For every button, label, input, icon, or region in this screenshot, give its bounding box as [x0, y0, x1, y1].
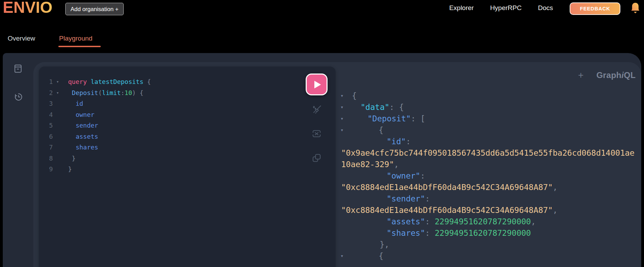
code-token: ) { — [132, 89, 143, 96]
fold-spacer — [53, 109, 63, 120]
code-text: "sender": — [338, 193, 641, 205]
code-text: sender — [63, 120, 98, 131]
response-line: "id": — [338, 136, 641, 147]
response-line: "shares": 22994951620787290000 — [338, 227, 641, 239]
response-line: ▾{ — [338, 90, 641, 102]
graphiql-logo-part: QL — [624, 70, 636, 80]
code-text: "shares": 22994951620787290000 — [338, 227, 641, 239]
code-text: "assets": 22994951620787290000, — [338, 216, 641, 227]
fold-spacer — [53, 153, 63, 164]
graphiql-playground: 1▾query latestDeposits {2▾ Deposit(limit… — [3, 53, 641, 267]
code-token: : — [406, 137, 411, 146]
code-text: assets — [63, 131, 98, 142]
tab-playground[interactable]: Playground — [59, 35, 92, 42]
code-token — [87, 78, 91, 85]
tab-overview[interactable]: Overview — [8, 35, 35, 42]
fold-toggle-icon[interactable]: ▾ — [340, 102, 344, 113]
response-line: }, — [338, 239, 641, 250]
response-line: ▾{ — [338, 124, 641, 136]
nav-link-docs[interactable]: Docs — [538, 4, 553, 12]
response-line: ▾"Deposit": [ — [338, 113, 641, 124]
fold-spacer — [53, 142, 63, 153]
code-token: } — [68, 155, 76, 162]
play-icon — [314, 81, 321, 88]
fold-toggle-icon[interactable]: ▾ — [340, 90, 344, 102]
response-line: "0xc8884edE1ae44bDfF60da4B9c542C34A69648… — [338, 205, 641, 216]
history-icon[interactable] — [13, 92, 23, 102]
line-number: 1 — [39, 76, 53, 87]
code-token: : { — [389, 103, 404, 112]
code-text: { — [338, 250, 641, 262]
response-header: + GraphiQL — [578, 70, 636, 80]
code-text: Deposit(limit:10) { — [63, 87, 143, 98]
code-text: "data": { — [338, 102, 641, 113]
code-token — [68, 122, 76, 129]
code-token: , — [553, 206, 558, 215]
response-line: "sender": — [338, 193, 641, 205]
code-token: sender — [76, 122, 98, 129]
code-token: { — [143, 78, 151, 85]
docs-icon[interactable] — [13, 64, 23, 74]
merge-fragments-icon[interactable] — [311, 128, 322, 139]
active-tab-underline — [58, 46, 101, 47]
response-line: ▾"data": { — [338, 102, 641, 113]
code-text: owner — [63, 109, 94, 120]
code-text: 10ae82-329", — [338, 159, 641, 170]
code-token: id — [76, 100, 83, 107]
code-token — [68, 111, 76, 118]
editor-line: 9} — [39, 164, 336, 175]
code-text: shares — [63, 142, 98, 153]
code-token: { — [352, 91, 357, 100]
fold-spacer — [53, 164, 63, 175]
response-viewer: ▾{▾"data": {▾"Deposit": [▾{"id":"0x9ae4c… — [338, 90, 641, 267]
prettify-icon[interactable] — [311, 104, 322, 115]
graphiql-logo-part: Graph — [596, 70, 621, 80]
notification-bell-icon[interactable] — [630, 2, 641, 15]
code-text: "0xc8884edE1ae44bDfF60da4B9c542C34A69648… — [338, 205, 641, 216]
envio-logo: ENVIO — [3, 0, 52, 17]
copy-query-icon[interactable] — [311, 153, 322, 163]
response-line: ▾{ — [338, 250, 641, 262]
nav-link-hyperrpc[interactable]: HyperRPC — [490, 4, 522, 12]
code-token: , — [531, 217, 536, 226]
line-number: 8 — [39, 153, 53, 164]
top-nav: Explorer HyperRPC Docs — [449, 0, 553, 16]
code-token: limit — [102, 89, 121, 96]
feedback-button[interactable]: FEEDBACK — [570, 2, 620, 15]
code-token: : — [420, 171, 425, 180]
line-number: 6 — [39, 131, 53, 142]
fold-toggle-icon[interactable]: ▾ — [53, 76, 63, 87]
fold-toggle-icon[interactable]: ▾ — [340, 113, 344, 124]
editor-line: 4 owner — [39, 109, 336, 120]
code-token: "0x9ae4cfc75bc744f095018567435dd6a5d5415… — [341, 148, 635, 157]
nav-link-explorer[interactable]: Explorer — [449, 4, 474, 12]
add-tab-button[interactable]: + — [578, 71, 584, 80]
code-token — [68, 144, 76, 151]
envio-playground-page: ENVIO Add organisation + Explorer HyperR… — [0, 0, 644, 267]
code-token: : [ — [411, 114, 426, 123]
response-line: "0xc8884edE1ae44bDfF60da4B9c542C34A69648… — [338, 182, 641, 193]
response-line: 10ae82-329", — [338, 159, 641, 170]
editor-line: 3 id — [39, 98, 336, 109]
add-organisation-button[interactable]: Add organisation + — [65, 3, 124, 15]
code-token: "0xc8884edE1ae44bDfF60da4B9c542C34A69648… — [341, 206, 553, 215]
code-token: 22994951620787290000 — [435, 217, 531, 226]
fold-toggle-icon[interactable]: ▾ — [340, 124, 344, 136]
code-token: : — [425, 194, 430, 203]
code-text: "0x9ae4cfc75bc744f095018567435dd6a5d5415… — [338, 147, 641, 159]
code-token: "owner" — [387, 171, 420, 180]
code-token: owner — [76, 111, 94, 118]
code-token: } — [68, 165, 72, 173]
code-token: "data" — [361, 103, 389, 112]
execute-query-button[interactable] — [306, 74, 328, 95]
code-token: { — [379, 126, 383, 135]
code-token: , — [394, 160, 399, 169]
fold-spacer — [53, 120, 63, 131]
query-editor[interactable]: 1▾query latestDeposits {2▾ Deposit(limit… — [39, 67, 336, 267]
fold-toggle-icon[interactable]: ▾ — [340, 250, 344, 262]
code-token: }, — [380, 240, 389, 249]
graphiql-logo: GraphiQL — [596, 70, 636, 80]
code-token: "Deposit" — [368, 114, 411, 123]
code-token: : — [425, 229, 435, 238]
fold-toggle-icon[interactable]: ▾ — [53, 87, 63, 98]
